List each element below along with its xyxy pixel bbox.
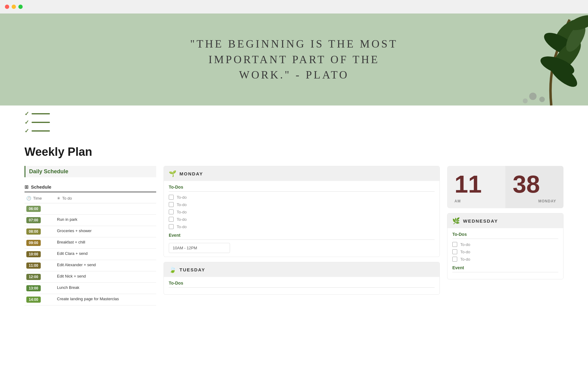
clock-widget: 11 AM 38 MONDAY	[447, 166, 564, 208]
clock-hour-panel: 11 AM	[447, 166, 505, 208]
titlebar	[0, 0, 588, 13]
time-badge: 10:00	[26, 251, 41, 257]
todo-col-header: ✳ To do	[55, 194, 156, 203]
task-cell: Edit Nick + send	[55, 271, 156, 283]
clock-hour: 11	[454, 172, 498, 197]
time-cell: 07:00	[24, 215, 55, 226]
clock-icon: 🕐	[26, 196, 31, 201]
tuesday-icon: 🍃	[169, 266, 176, 273]
todo-item: To-do	[452, 257, 558, 262]
schedule-header: ⊞ Schedule	[24, 182, 156, 192]
checkbox[interactable]	[169, 217, 174, 222]
monday-todos-label: To-Dos	[169, 185, 435, 192]
time-badge: 09:00	[26, 240, 41, 246]
close-button[interactable]	[5, 5, 9, 9]
hero-plant-decoration	[490, 13, 588, 105]
time-badge: 12:00	[26, 274, 41, 280]
content-grid: Daily Schedule ⊞ Schedule 🕐 Time ✳ To do	[24, 166, 564, 305]
task-cell: Edit Clara + send	[55, 249, 156, 260]
todo-text: To-do	[460, 242, 470, 247]
tuesday-body: To-Dos	[164, 277, 439, 294]
todo-item: To-do	[169, 224, 435, 229]
wednesday-icon: 🌿	[452, 217, 460, 224]
right-column: 11 AM 38 MONDAY 🌿 WEDNESDAY To-Dos	[447, 166, 564, 279]
task-cell: Edit Alexander + send	[55, 260, 156, 271]
task-cell: Run in park	[55, 215, 156, 226]
todo-item: To-do	[169, 217, 435, 222]
svg-point-9	[523, 98, 528, 103]
task-cell: Create landing page for Masterclas	[55, 294, 156, 305]
checkbox[interactable]	[169, 202, 174, 207]
checklist-logo: ✓ ✓ ✓	[24, 110, 564, 134]
sun-icon: ✳	[57, 196, 60, 201]
page-title: Weekly Plan	[24, 145, 564, 159]
task-cell: Breakfast + chill	[55, 237, 156, 249]
logo-area: ✓ ✓ ✓	[0, 105, 588, 139]
todo-text: To-do	[177, 210, 187, 214]
time-cell: 11:00	[24, 260, 55, 271]
tuesday-card: 🍃 TUESDAY To-Dos	[164, 262, 440, 295]
todo-item: To-do	[452, 249, 558, 254]
clock-minute-panel: 38 MONDAY	[505, 166, 564, 208]
todo-item: To-do	[452, 242, 558, 247]
main-content: Weekly Plan Daily Schedule ⊞ Schedule 🕐 …	[0, 139, 588, 312]
svg-point-8	[539, 97, 545, 102]
hero-quote: "The Beginning Is The Most Important Par…	[190, 36, 398, 82]
time-badge: 06:00	[26, 206, 41, 212]
checkbox[interactable]	[169, 224, 174, 229]
wednesday-name: WEDNESDAY	[463, 218, 498, 224]
section-header: Daily Schedule	[24, 166, 156, 177]
monday-name: MONDAY	[179, 171, 203, 176]
todo-item: To-do	[169, 209, 435, 214]
task-cell: Lunch Break	[55, 283, 156, 294]
time-cell: 13:00	[24, 283, 55, 294]
time-badge: 11:00	[26, 263, 41, 269]
time-badge: 08:00	[26, 228, 41, 235]
tuesday-header: 🍃 TUESDAY	[164, 262, 439, 277]
minimize-button[interactable]	[12, 5, 16, 9]
todo-text: To-do	[177, 224, 187, 229]
tuesday-todos-label: To-Dos	[169, 281, 435, 288]
left-column: Daily Schedule ⊞ Schedule 🕐 Time ✳ To do	[24, 166, 156, 305]
task-cell: Groceries + shower	[55, 226, 156, 237]
monday-event-time[interactable]: 10AM - 12PM	[169, 243, 230, 253]
schedule-table: 🕐 Time ✳ To do 06:00 07:00 Run in park	[24, 194, 156, 305]
wednesday-card: 🌿 WEDNESDAY To-Dos To-do To-do	[447, 213, 564, 279]
todo-item: To-do	[169, 202, 435, 207]
time-cell: 09:00	[24, 237, 55, 249]
time-cell: 08:00	[24, 226, 55, 237]
hero-banner: "The Beginning Is The Most Important Par…	[0, 13, 588, 105]
todo-text: To-do	[177, 217, 187, 222]
checkbox[interactable]	[452, 242, 457, 247]
todo-text: To-do	[460, 257, 470, 262]
clock-day: MONDAY	[513, 199, 556, 203]
middle-column: 🌱 MONDAY To-Dos To-do To-do To-	[164, 166, 440, 300]
checkbox[interactable]	[452, 257, 457, 262]
tuesday-name: TUESDAY	[179, 267, 205, 272]
checkbox[interactable]	[169, 195, 174, 200]
todo-text: To-do	[177, 202, 187, 207]
checkbox[interactable]	[452, 249, 457, 254]
wednesday-todos-label: To-Dos	[452, 232, 558, 239]
time-cell: 10:00	[24, 249, 55, 260]
wednesday-event-label: Event	[452, 265, 558, 272]
clock-minute: 38	[513, 172, 556, 197]
schedule-label: Schedule	[31, 184, 51, 190]
time-cell: 12:00	[24, 271, 55, 283]
section-title: Daily Schedule	[29, 168, 68, 175]
checkbox[interactable]	[169, 209, 174, 214]
monday-card: 🌱 MONDAY To-Dos To-do To-do To-	[164, 166, 440, 257]
monday-icon: 🌱	[169, 170, 176, 177]
time-badge: 07:00	[26, 217, 41, 223]
monday-body: To-Dos To-do To-do To-do	[164, 181, 439, 257]
monday-event-label: Event	[169, 233, 435, 240]
wednesday-body: To-Dos To-do To-do To-do Event	[447, 228, 563, 279]
time-cell: 14:00	[24, 294, 55, 305]
time-badge: 14:00	[26, 297, 41, 303]
time-badge: 13:00	[26, 285, 41, 291]
svg-point-7	[529, 93, 537, 100]
clock-period: AM	[454, 199, 498, 203]
todo-item: To-do	[169, 195, 435, 200]
todo-text: To-do	[177, 195, 187, 200]
maximize-button[interactable]	[18, 5, 23, 9]
